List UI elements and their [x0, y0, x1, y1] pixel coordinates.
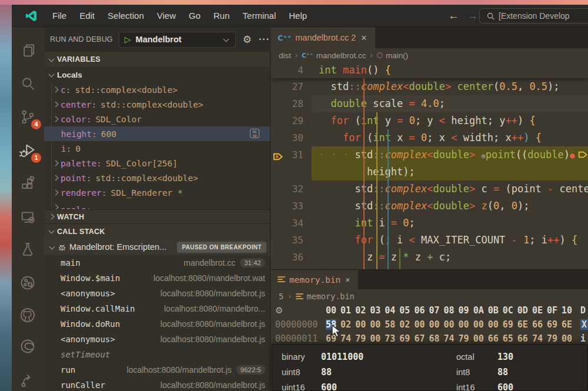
- stack-frame-row[interactable]: Window.doRunlocalhost:8080/mandelbrot.js: [44, 316, 270, 332]
- scope-locals[interactable]: Locals: [44, 67, 270, 82]
- line-number[interactable]: 29: [270, 112, 312, 129]
- variable-row[interactable]: center:std::complex<double>: [44, 97, 270, 112]
- hex-byte[interactable]: 00: [473, 333, 484, 344]
- variable-row[interactable]: i:0: [44, 141, 270, 156]
- hex-byte[interactable]: 66: [532, 319, 543, 330]
- menu-run[interactable]: Run: [207, 5, 236, 26]
- line-number[interactable]: 36: [270, 249, 312, 266]
- line-number[interactable]: 4: [270, 62, 312, 78]
- decoded-char[interactable]: X: [580, 319, 588, 330]
- hex-byte[interactable]: 69: [399, 333, 410, 344]
- hex-byte[interactable]: 00: [429, 319, 439, 330]
- extensions-icon[interactable]: [19, 176, 37, 193]
- stack-frame-row[interactable]: <anonymous>localhost:8080/mandelbrot.js: [44, 332, 270, 347]
- hex-byte[interactable]: 00: [459, 319, 469, 330]
- hex-byte[interactable]: 58: [385, 319, 395, 330]
- code-line[interactable]: 32 std::complex<double> c = (point - cen…: [270, 181, 588, 198]
- close-icon[interactable]: ✕: [343, 275, 352, 284]
- explorer-icon[interactable]: [19, 42, 37, 60]
- variable-row[interactable]: c:std::complex<double>: [44, 82, 270, 97]
- github-icon[interactable]: [19, 307, 37, 325]
- code-line[interactable]: 27 std::complex<double> center(0.5, 0.5)…: [270, 78, 588, 95]
- hex-byte[interactable]: 66: [517, 333, 528, 344]
- menu-selection[interactable]: Selection: [101, 5, 151, 26]
- more-actions-icon[interactable]: ···: [259, 34, 270, 45]
- variable-row[interactable]: scale:: [44, 200, 270, 209]
- line-number[interactable]: 37: [270, 266, 312, 269]
- hex-byte[interactable]: 65: [503, 333, 513, 344]
- stack-frame-row[interactable]: runlocalhost:8080/mandelbrot.js9622:5: [44, 362, 270, 377]
- hex-byte[interactable]: 74: [444, 333, 455, 344]
- stack-frame-row[interactable]: mainmandelbrot.cc31:42: [44, 255, 270, 270]
- hex-byte[interactable]: 73: [385, 333, 395, 344]
- variable-row[interactable]: point:std::complex<double>: [44, 171, 270, 185]
- line-number[interactable]: 27: [270, 78, 312, 95]
- stack-frame-row[interactable]: Window.callMainlocalhost:8080/mandelbro.…: [44, 301, 270, 316]
- hex-byte[interactable]: 00: [414, 319, 425, 330]
- decoded-char[interactable]: i: [580, 333, 586, 344]
- hex-byte[interactable]: 00: [370, 333, 380, 344]
- hex-byte[interactable]: 00: [473, 319, 484, 330]
- code-line[interactable]: 29 for (int y = 0; y < height; y++) {: [270, 112, 588, 129]
- hex-byte[interactable]: 02: [399, 319, 410, 330]
- hex-byte[interactable]: 00: [562, 333, 572, 344]
- nav-back-button[interactable]: ←: [448, 5, 459, 26]
- line-number[interactable]: 33: [270, 198, 312, 215]
- code-line[interactable]: 33 std::complex<double> z(0, 0);: [270, 198, 588, 215]
- variable-row[interactable]: renderer:SDL_Renderer *: [44, 185, 270, 200]
- menu-file[interactable]: File: [46, 5, 73, 26]
- watch-section-header[interactable]: WATCH: [44, 209, 270, 223]
- line-number[interactable]: 30: [270, 129, 312, 146]
- code-editor[interactable]: 4int main() { 27 std::complex<double> ce…: [270, 62, 588, 269]
- dependency-graph-icon[interactable]: [19, 275, 37, 292]
- breadcrumb-file[interactable]: memory.bin: [306, 292, 354, 301]
- line-number[interactable]: 32: [270, 181, 312, 198]
- menu-view[interactable]: View: [151, 5, 182, 26]
- hex-byte[interactable]: 74: [532, 333, 543, 344]
- code-line[interactable]: 36 z = z * z + c;: [270, 249, 588, 266]
- launch-config-dropdown[interactable]: ▷ Mandelbrot: [119, 32, 236, 48]
- hex-byte[interactable]: 00: [370, 319, 380, 330]
- call-stack-section-header[interactable]: CALL STACK: [44, 223, 270, 239]
- tab-mandelbrot-cc[interactable]: C⁺⁺ mandelbrot.cc 2 ✕: [270, 27, 375, 48]
- command-center-search[interactable]: [Extension Develop: [479, 8, 588, 24]
- run-debug-icon[interactable]: 1: [19, 142, 37, 160]
- code-line[interactable]: 30 for (int x = 0; x < width; x++) {: [270, 129, 588, 146]
- stack-frame-row[interactable]: Window.$mainlocalhost:8080/mandelbrot.wa…: [44, 270, 270, 286]
- code-line[interactable]: 34 int i = 0;: [270, 215, 588, 232]
- edge-devtools-icon[interactable]: [19, 338, 37, 356]
- code-line[interactable]: height);: [270, 163, 588, 181]
- hex-byte[interactable]: 79: [355, 333, 366, 344]
- debug-session-row[interactable]: Mandelbrot: Emscripten... PAUSED ON BREA…: [44, 239, 270, 255]
- hex-byte[interactable]: 00: [355, 319, 366, 330]
- search-icon[interactable]: [19, 75, 37, 93]
- variable-row[interactable]: color:SDL_Color: [44, 112, 270, 126]
- gear-icon[interactable]: ⚙: [243, 34, 252, 46]
- hex-byte[interactable]: 79: [547, 333, 557, 344]
- breadcrumb-file[interactable]: mandelbrot.cc: [316, 51, 366, 60]
- gear-icon[interactable]: ⚙: [275, 305, 283, 315]
- start-debug-icon[interactable]: ▷: [125, 35, 131, 44]
- stack-frame-row[interactable]: setTimeout: [44, 347, 270, 362]
- breadcrumb-folder[interactable]: 5: [279, 292, 283, 301]
- line-number[interactable]: 28: [270, 95, 312, 112]
- nav-forward-button[interactable]: →: [467, 5, 478, 26]
- hex-byte[interactable]: 68: [429, 333, 439, 344]
- hex-byte[interactable]: 69: [503, 319, 513, 330]
- line-number[interactable]: 34: [270, 215, 312, 232]
- line-number[interactable]: 31: [270, 146, 312, 163]
- hex-byte[interactable]: 6E: [562, 319, 572, 330]
- tab-memory-bin[interactable]: memory.bin ✕: [270, 270, 358, 289]
- breadcrumb-symbol[interactable]: main(): [386, 51, 408, 60]
- code-line[interactable]: 37 if (std::abs(z) > 2) break;: [270, 266, 588, 269]
- menu-help[interactable]: Help: [282, 5, 313, 26]
- code-line[interactable]: 4int main() {: [270, 62, 588, 78]
- remote-explorer-icon[interactable]: [19, 209, 37, 226]
- source-control-icon[interactable]: 4: [19, 109, 37, 126]
- stack-frame-row[interactable]: <anonymous>localhost:8080/mandelbrot.js: [44, 286, 270, 301]
- close-icon[interactable]: ✕: [358, 34, 369, 42]
- variables-section-header[interactable]: VARIABLES: [44, 52, 270, 67]
- hex-byte[interactable]: 00: [488, 319, 499, 330]
- menu-edit[interactable]: Edit: [73, 5, 101, 26]
- menu-terminal[interactable]: Terminal: [236, 5, 283, 26]
